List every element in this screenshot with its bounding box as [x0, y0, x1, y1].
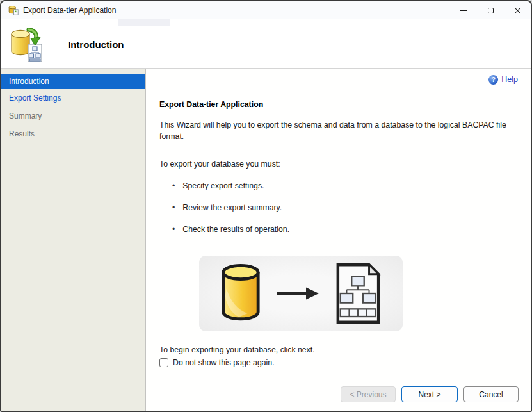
bullet-icon: •	[172, 225, 175, 234]
help-link[interactable]: ? Help	[159, 73, 518, 86]
close-button[interactable]	[504, 1, 531, 19]
maximize-icon	[488, 8, 494, 13]
export-illustration	[199, 256, 403, 331]
content-heading: Export Data-tier Application	[159, 100, 518, 109]
bullet-icon: •	[172, 203, 175, 212]
bullet-icon: •	[172, 181, 175, 190]
step-item: • Specify export settings.	[159, 181, 518, 190]
next-button[interactable]: Next >	[401, 386, 458, 402]
step-text: Check the results of operation.	[182, 225, 289, 234]
step-item: • Review the export summary.	[159, 203, 518, 212]
export-data-tier-wizard-window: Export Data-tier Application	[0, 0, 532, 412]
wizard-description: This Wizard will help you to export the …	[159, 119, 517, 143]
maximize-button[interactable]	[477, 1, 504, 19]
begin-text: To begin exporting your database, click …	[159, 345, 518, 354]
minimize-button[interactable]	[450, 1, 477, 19]
export-dac-header-icon	[9, 28, 44, 62]
cancel-button[interactable]: Cancel	[463, 386, 519, 402]
do-not-show-checkbox[interactable]	[159, 358, 168, 367]
sidebar-item-summary: Summary	[1, 107, 145, 125]
database-icon	[220, 263, 261, 324]
wizard-header: Introduction	[1, 19, 531, 68]
minimize-icon	[460, 10, 467, 10]
app-icon	[8, 5, 19, 15]
window-controls	[450, 1, 531, 19]
steps-intro-text: To export your database you must:	[159, 160, 518, 169]
window-title: Export Data-tier Application	[23, 6, 116, 15]
export-arrow-icon	[277, 286, 319, 301]
sidebar-item-export-settings[interactable]: Export Settings	[1, 89, 145, 107]
sidebar-item-introduction[interactable]: Introduction	[1, 74, 145, 89]
page-title: Introduction	[68, 39, 124, 50]
step-text: Specify export settings.	[182, 181, 264, 190]
title-bar: Export Data-tier Application	[1, 1, 531, 19]
do-not-show-row: Do not show this page again.	[159, 358, 518, 367]
step-text: Review the export summary.	[182, 203, 282, 212]
help-icon: ?	[488, 75, 498, 85]
do-not-show-label: Do not show this page again.	[173, 358, 275, 367]
wizard-body: Introduction Export Settings Summary Res…	[1, 68, 531, 411]
previous-button[interactable]: < Previous	[341, 386, 396, 402]
step-item: • Check the results of operation.	[159, 225, 518, 234]
help-label: Help	[501, 75, 518, 84]
tab-strip-artifact	[118, 19, 170, 26]
sidebar-item-results: Results	[1, 125, 145, 143]
close-icon	[514, 7, 521, 14]
wizard-content: ? Help Export Data-tier Application This…	[146, 69, 531, 411]
wizard-footer: < Previous Next > Cancel	[341, 386, 519, 402]
wizard-steps-sidebar: Introduction Export Settings Summary Res…	[1, 69, 146, 411]
bacpac-document-icon	[334, 263, 382, 324]
